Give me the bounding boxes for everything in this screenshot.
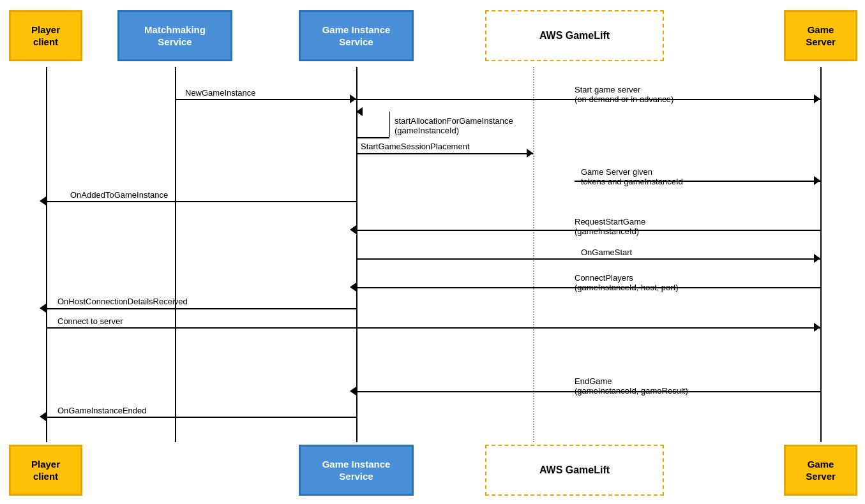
arrowhead-msg8 <box>814 254 820 263</box>
arrowhead-msg7 <box>350 225 356 234</box>
arrow-connect-server <box>46 327 820 329</box>
game-server-top: Game Server <box>784 10 857 61</box>
arrowhead-self-msg2 <box>356 107 363 116</box>
game-server-bottom: Game Server <box>784 445 857 496</box>
self-arrow-right-side <box>389 112 390 137</box>
self-arrow-bottom <box>356 137 389 138</box>
label-host-details: OnHostConnectionDetailsReceived <box>57 297 188 306</box>
label-start-placement: StartGameSessionPlacement <box>361 142 470 151</box>
arrowhead-msg1 <box>350 94 356 103</box>
label-request-start: RequestStartGame(gameInstanceId) <box>575 217 645 236</box>
label-start-game-server: Start game server(on demand or in advanc… <box>575 85 673 104</box>
aws-gamelift-bottom: AWS GameLift <box>485 445 664 496</box>
label-on-game-start: OnGameStart <box>581 248 632 257</box>
aws-boundary-line <box>533 67 534 442</box>
arrowhead-msg9 <box>350 283 356 292</box>
aws-gamelift-bottom-label: AWS GameLift <box>486 464 663 476</box>
arrowhead-msg12 <box>350 387 356 396</box>
label-end-game: EndGame(gameInstanceId, gameResult) <box>575 376 688 396</box>
arrowhead-msg6 <box>40 196 46 205</box>
arrow-host-details <box>46 308 356 309</box>
arrowhead-msg10 <box>40 304 46 313</box>
arrow-start-placement <box>356 153 533 154</box>
matchmaking-service-top: Matchmaking Service <box>117 10 232 61</box>
arrowhead-msg5 <box>814 176 820 185</box>
lifeline-player-client <box>46 67 47 442</box>
arrowhead-msg11 <box>814 323 820 332</box>
lifeline-matchmaking <box>175 67 176 442</box>
label-self-arrow: startAllocationForGameInstance(gameInsta… <box>395 116 513 135</box>
arrow-new-game-instance <box>175 99 356 100</box>
aws-gamelift-top-label: AWS GameLift <box>486 30 663 41</box>
arrow-on-game-start <box>356 258 820 260</box>
label-connect-server: Connect to server <box>57 316 123 326</box>
label-added-to-game: OnAddedToGameInstance <box>70 190 168 200</box>
game-instance-service-top: Game Instance Service <box>299 10 414 61</box>
player-client-top: Player client <box>9 10 82 61</box>
label-connect-players: ConnectPlayers(gameInstanceId, host, por… <box>575 273 679 292</box>
arrowhead-msg13 <box>40 412 46 421</box>
lifeline-game-server <box>820 67 822 442</box>
arrow-added-to-game-instance <box>46 201 356 202</box>
aws-gamelift-top: AWS GameLift <box>485 10 664 61</box>
label-game-instance-ended: OnGameInstanceEnded <box>57 406 146 415</box>
label-tokens: Game Server giventokens and gameInstance… <box>581 167 683 186</box>
label-new-game-instance: NewGameInstance <box>185 88 256 98</box>
player-client-bottom: Player client <box>9 445 82 496</box>
arrow-game-instance-ended <box>46 417 356 418</box>
game-instance-service-bottom: Game Instance Service <box>299 445 414 496</box>
sequence-diagram: Player client Matchmaking Service Game I… <box>0 0 865 504</box>
arrowhead-msg3 <box>814 94 820 103</box>
arrowhead-msg4 <box>527 149 533 158</box>
